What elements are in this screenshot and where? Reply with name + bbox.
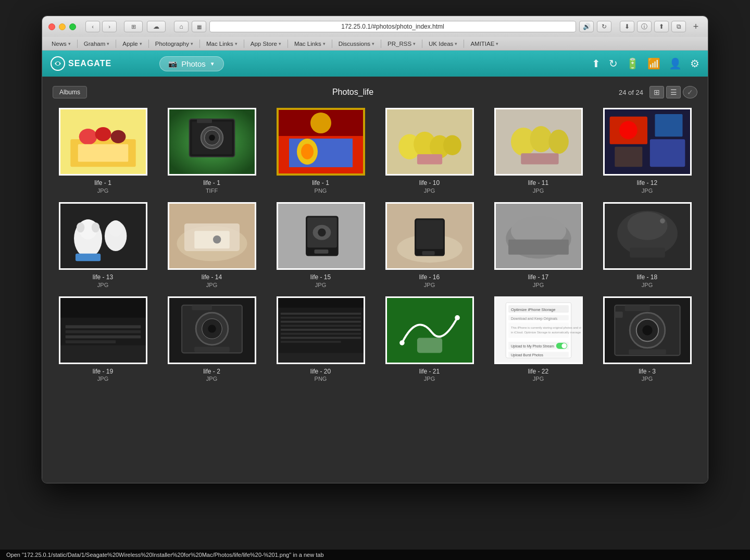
list-view-button[interactable]: ☰ bbox=[666, 86, 681, 98]
photo-item-life-12[interactable]: life - 12 JPG bbox=[597, 108, 697, 194]
photos-selector-arrow: ▼ bbox=[210, 61, 215, 67]
signal-action-button[interactable]: 📶 bbox=[647, 57, 660, 70]
reload-button[interactable]: ↻ bbox=[597, 21, 611, 32]
bookmark-uk-ideas[interactable]: UK Ideas▾ bbox=[424, 40, 461, 48]
photo-item-life-1-jpg[interactable]: life - 1 JPG bbox=[53, 108, 153, 194]
page-title: Photos_life bbox=[87, 88, 619, 97]
photo-item-life-11[interactable]: life - 11 JPG bbox=[488, 108, 589, 194]
svg-rect-122 bbox=[615, 312, 622, 318]
bookmark-pr-rss[interactable]: PR_RSS▾ bbox=[383, 40, 420, 48]
info-button[interactable]: ⓘ bbox=[637, 21, 652, 32]
bookmark-news[interactable]: News▾ bbox=[47, 40, 75, 48]
person-action-button[interactable]: 👤 bbox=[669, 57, 682, 70]
photo-image bbox=[60, 202, 146, 270]
refresh-action-button[interactable]: ↻ bbox=[609, 57, 618, 70]
photo-item-life-19[interactable]: life - 19 JPG bbox=[53, 296, 153, 382]
svg-rect-75 bbox=[65, 335, 141, 338]
select-all-button[interactable]: ✓ bbox=[683, 86, 697, 98]
svg-rect-91 bbox=[280, 329, 360, 331]
photo-type: JPG bbox=[642, 188, 653, 194]
forward-button[interactable]: › bbox=[102, 21, 117, 32]
bookmark-mac-links-2[interactable]: Mac Links▾ bbox=[290, 40, 330, 48]
photo-type: JPG bbox=[97, 376, 108, 382]
photo-item-life-1-tiff[interactable]: life - 1 TIFF bbox=[161, 108, 262, 194]
svg-point-68 bbox=[627, 211, 667, 240]
photo-type: JPG bbox=[424, 188, 435, 194]
svg-rect-88 bbox=[280, 317, 360, 319]
svg-rect-38 bbox=[60, 203, 146, 268]
share-button[interactable]: ⬆ bbox=[654, 21, 669, 32]
svg-rect-87 bbox=[280, 313, 360, 315]
bookmark-app-store[interactable]: App Store▾ bbox=[246, 40, 285, 48]
photo-name: life - 14 bbox=[202, 273, 222, 282]
photo-item-life-1-png[interactable]: life - 1 PNG bbox=[270, 108, 371, 194]
photo-thumbnail bbox=[385, 108, 474, 176]
maximize-button[interactable] bbox=[69, 23, 76, 30]
svg-text:Download and Keep Originals: Download and Keep Originals bbox=[510, 316, 557, 320]
photo-thumbnail bbox=[277, 108, 365, 176]
photo-image bbox=[605, 108, 690, 176]
download-button[interactable]: ⬇ bbox=[620, 21, 634, 32]
svg-rect-93 bbox=[280, 337, 360, 339]
bookmark-discussions[interactable]: Discussions▾ bbox=[334, 40, 379, 48]
battery-action-button[interactable]: 🔋 bbox=[626, 57, 639, 70]
svg-rect-65 bbox=[508, 240, 569, 255]
bookmark-graham[interactable]: Graham▾ bbox=[80, 40, 114, 48]
photo-item-life-13[interactable]: life - 13 JPG bbox=[53, 202, 153, 288]
add-tab-button[interactable]: + bbox=[690, 21, 702, 32]
photo-thumbnail bbox=[59, 108, 147, 176]
nav-buttons: ‹ › bbox=[85, 21, 117, 32]
photo-item-life-21[interactable]: life - 21 JPG bbox=[379, 296, 480, 382]
audio-button[interactable]: 🔊 bbox=[579, 21, 594, 32]
photo-item-life-18[interactable]: life - 18 JPG bbox=[597, 202, 697, 288]
photo-type: JPG bbox=[424, 376, 435, 382]
photo-item-life-22[interactable]: Optimize iPhone Storage Download and Kee… bbox=[488, 296, 589, 382]
photo-thumbnail bbox=[494, 108, 583, 176]
grid-view-button[interactable]: ⊞ bbox=[649, 86, 664, 98]
photo-thumbnail bbox=[59, 296, 147, 364]
svg-rect-89 bbox=[280, 320, 360, 322]
chevron-down-icon: ▾ bbox=[455, 41, 457, 46]
photo-item-life-17[interactable]: life - 17 JPG bbox=[488, 202, 589, 288]
svg-rect-31 bbox=[521, 153, 558, 164]
photos-selector[interactable]: 📷 Photos ▼ bbox=[159, 56, 224, 71]
photo-type: JPG bbox=[97, 282, 108, 288]
photo-item-life-16[interactable]: life - 16 JPG bbox=[379, 202, 480, 288]
cloud-button[interactable]: ☁ bbox=[147, 21, 166, 32]
upload-action-button[interactable]: ⬆ bbox=[592, 57, 601, 70]
close-button[interactable] bbox=[48, 23, 55, 30]
sidebar-toggle-button[interactable]: ⊞ bbox=[124, 21, 143, 32]
qr-button[interactable]: ▦ bbox=[192, 21, 206, 32]
tab-overview-button[interactable]: ⧉ bbox=[671, 21, 686, 32]
minimize-button[interactable] bbox=[59, 23, 66, 30]
bookmark-amitiae[interactable]: AMITIAE▾ bbox=[466, 40, 503, 48]
settings-action-button[interactable]: ⚙ bbox=[690, 57, 699, 70]
svg-rect-74 bbox=[65, 330, 141, 333]
photo-item-life-20[interactable]: life - 20 PNG bbox=[270, 296, 371, 382]
svg-point-70 bbox=[660, 218, 665, 223]
photo-type: JPG bbox=[424, 282, 435, 288]
photo-image bbox=[387, 108, 472, 176]
photo-name: life - 20 bbox=[310, 367, 331, 376]
bookmark-apple[interactable]: Apple▾ bbox=[118, 40, 146, 48]
photo-item-life-14[interactable]: life - 14 JPG bbox=[161, 202, 262, 288]
back-button[interactable]: ‹ bbox=[85, 21, 100, 32]
photo-item-life-3[interactable]: life - 3 JPG bbox=[597, 296, 697, 382]
photo-item-life-2[interactable]: life - 2 JPG bbox=[161, 296, 262, 382]
address-bar[interactable]: 172.25.0.1/#photos/photo_index.html bbox=[209, 21, 576, 32]
photo-type: JPG bbox=[533, 282, 544, 288]
svg-rect-90 bbox=[280, 325, 360, 327]
bookmark-separator bbox=[422, 40, 422, 48]
svg-rect-49 bbox=[194, 231, 230, 248]
photo-item-life-10[interactable]: life - 10 JPG bbox=[379, 108, 480, 194]
photo-type: JPG bbox=[533, 376, 544, 382]
bookmark-photography[interactable]: Photography▾ bbox=[151, 40, 197, 48]
albums-button[interactable]: Albums bbox=[53, 86, 87, 98]
photo-image bbox=[279, 110, 363, 173]
svg-rect-95 bbox=[278, 353, 364, 363]
bookmark-mac-links-1[interactable]: Mac Links▾ bbox=[202, 40, 242, 48]
svg-text:Optimize iPhone Storage: Optimize iPhone Storage bbox=[510, 307, 555, 312]
home-button[interactable]: ⌂ bbox=[174, 21, 189, 32]
photo-item-life-15[interactable]: life - 15 JPG bbox=[270, 202, 371, 288]
chevron-down-icon: ▾ bbox=[279, 41, 281, 46]
